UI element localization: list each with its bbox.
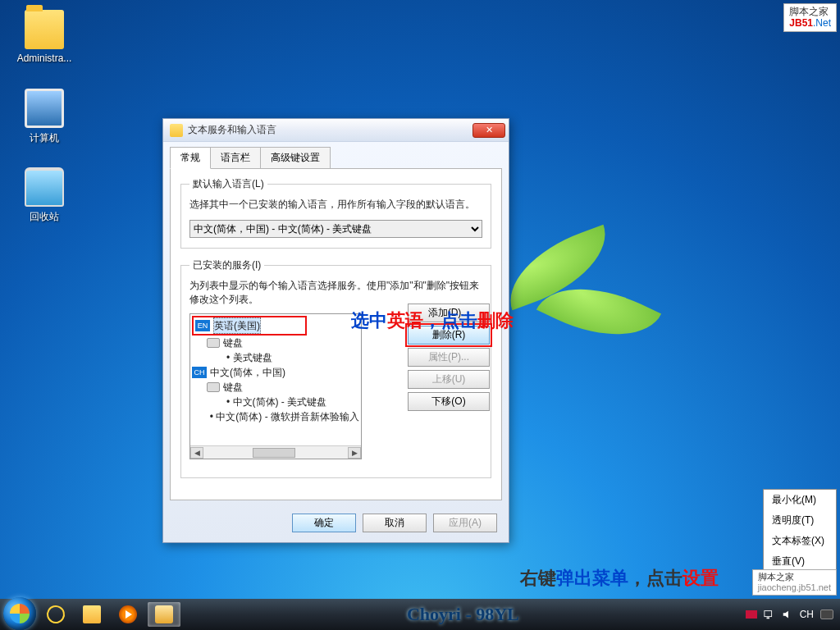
ok-button[interactable]: 确定 [292, 514, 356, 532]
tab-advanced-keys[interactable]: 高级键设置 [260, 147, 331, 169]
action-center-icon[interactable] [746, 610, 757, 619]
annotation-select-english: 选中英语，点击删除 [351, 308, 514, 333]
apply-button[interactable]: 应用(A) [433, 514, 497, 532]
ie-icon [45, 604, 67, 626]
keyboard-icon [207, 382, 220, 392]
tree-label: 中文(简体) - 美式键盘 [233, 395, 327, 409]
menu-transparency[interactable]: 透明度(T) [764, 510, 836, 531]
properties-button[interactable]: 属性(P)... [408, 348, 490, 367]
svg-rect-0 [765, 611, 772, 617]
desktop-icon-administra[interactable]: Administra... [11, 10, 77, 64]
taskbar-gallery[interactable] [148, 602, 180, 627]
taskbar-wmp[interactable] [112, 602, 144, 627]
icon-label: 计算机 [30, 132, 59, 144]
lang-tag-ch: CH [192, 367, 207, 378]
desktop: Administra... 计算机 回收站 脚本之家 JB51.Net 文本服务… [0, 0, 840, 630]
language-tree[interactable]: EN 英语(美国) 键盘 • 美式键盘 CH 中文(简体，中国) [189, 313, 362, 459]
scroll-thumb[interactable] [253, 448, 295, 458]
desktop-icon-recyclebin[interactable]: 回收站 [11, 167, 77, 224]
dialog-buttons: 确定 取消 应用(A) [163, 507, 509, 542]
badge-line1: 脚本之家 [758, 572, 831, 582]
window-icon [170, 124, 183, 137]
group-desc: 为列表中显示的每个输入语言选择服务。使用"添加"和"删除"按钮来修改这个列表。 [189, 279, 482, 307]
tree-label: 中文(简体) - 微软拼音新体验输入 [216, 409, 359, 424]
icon-label: 回收站 [30, 211, 59, 222]
tab-body: 默认输入语言(L) 选择其中一个已安装的输入语言，用作所有输入字段的默认语言。 … [170, 168, 502, 500]
cancel-button[interactable]: 取消 [363, 514, 427, 532]
group-desc: 选择其中一个已安装的输入语言，用作所有输入字段的默认语言。 [189, 198, 482, 212]
network-icon[interactable] [764, 609, 775, 620]
svg-rect-1 [766, 618, 769, 619]
recycle-bin-icon [25, 167, 64, 207]
lang-tag-en: EN [195, 320, 210, 331]
move-down-button[interactable]: 下移(O) [408, 392, 490, 411]
default-language-combo[interactable]: 中文(简体，中国) - 中文(简体) - 美式键盘 [189, 220, 482, 238]
watermark-badge-top: 脚本之家 JB51.Net [783, 3, 837, 32]
group-legend: 默认输入语言(L) [189, 177, 267, 191]
tree-label: 中文(简体，中国) [210, 365, 285, 380]
folder-icon [25, 10, 64, 49]
move-up-button[interactable]: 上移(U) [408, 370, 490, 389]
tray-lang[interactable]: CH [800, 609, 814, 620]
tab-language-bar[interactable]: 语言栏 [210, 147, 261, 169]
close-button[interactable]: ✕ [472, 123, 505, 138]
keyboard-icon [207, 338, 220, 348]
badge-line1: 脚本之家 [789, 6, 831, 17]
annotation-right-click: 右键弹出菜单，点击设置 [520, 566, 719, 591]
window-title: 文本服务和输入语言 [188, 123, 276, 137]
horizontal-scrollbar[interactable]: ◀ ▶ [190, 445, 361, 459]
tree-item-keyboard-header[interactable]: 键盘 [192, 336, 359, 350]
gallery-icon [155, 605, 173, 623]
taskbar-center-text: Choyri - 98YL [184, 604, 742, 625]
watermark-badge-bottom: 脚本之家 jiaocheng.jb51.net [752, 569, 837, 596]
tree-item-keyboard-us[interactable]: • 美式键盘 [192, 350, 359, 365]
tree-item-keyboard-header[interactable]: 键盘 [192, 380, 359, 395]
titlebar[interactable]: 文本服务和输入语言 ✕ [163, 119, 509, 142]
tree-label: 英语(美国) [213, 317, 261, 334]
tab-strip: 常规 语言栏 高级键设置 [163, 142, 509, 169]
taskbar: Choyri - 98YL CH [0, 599, 840, 630]
icon-label: Administra... [17, 52, 72, 64]
desktop-icon-computer[interactable]: 计算机 [11, 89, 77, 145]
scroll-left-arrow[interactable]: ◀ [190, 447, 203, 459]
tree-label: 键盘 [223, 380, 243, 395]
group-legend: 已安装的服务(I) [189, 258, 264, 272]
start-button[interactable] [3, 597, 36, 630]
tree-item-keyboard-chs-us[interactable]: • 中文(简体) - 美式键盘 [192, 395, 359, 409]
monitor-icon [25, 89, 64, 128]
menu-minimize[interactable]: 最小化(M) [764, 490, 836, 510]
menu-text-labels[interactable]: 文本标签(X) [764, 531, 836, 551]
taskbar-ie[interactable] [39, 602, 72, 627]
tree-label: 美式键盘 [233, 350, 272, 365]
taskbar-explorer[interactable] [75, 602, 108, 627]
tree-item-english[interactable]: EN 英语(美国) [192, 316, 307, 336]
badge-line2: JB51.Net [789, 17, 831, 29]
keyboard-tray-icon[interactable] [820, 609, 833, 619]
explorer-icon [83, 605, 101, 623]
tree-item-chinese[interactable]: CH 中文(简体，中国) [192, 365, 359, 380]
tree-item-keyboard-mspy[interactable]: • 中文(简体) - 微软拼音新体验输入 [192, 409, 359, 424]
tree-label: 键盘 [223, 336, 243, 350]
wmp-icon [119, 605, 137, 623]
speaker-icon[interactable] [782, 609, 793, 620]
default-language-group: 默认输入语言(L) 选择其中一个已安装的输入语言，用作所有输入字段的默认语言。 … [180, 177, 491, 249]
system-tray[interactable]: CH [746, 609, 837, 620]
tab-general[interactable]: 常规 [170, 147, 211, 169]
badge-line2: jiaocheng.jb51.net [758, 582, 831, 593]
scroll-right-arrow[interactable]: ▶ [348, 447, 361, 459]
